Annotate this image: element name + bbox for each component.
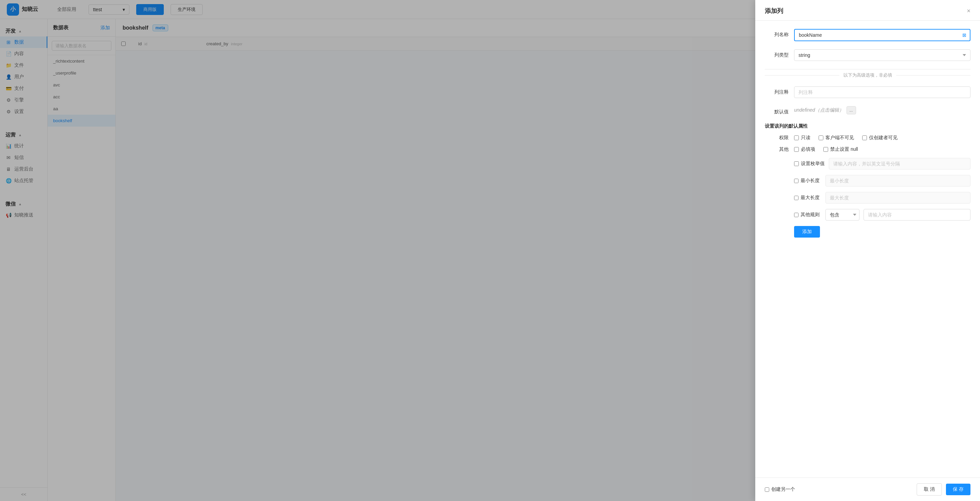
other-label: 其他 (765, 146, 789, 152)
client-invisible-checkbox-item[interactable]: 客户端不可见 (819, 135, 854, 141)
advanced-divider: 以下为高级选项，非必填 (765, 69, 970, 84)
enum-checkbox-item[interactable]: 设置枚举值 (794, 161, 825, 167)
required-checkbox-item[interactable]: 必填项 (794, 146, 815, 152)
column-note-label: 列注释 (765, 86, 789, 95)
column-type-select[interactable]: string integer number boolean array obje… (794, 49, 970, 61)
no-null-label: 禁止设置 null (830, 146, 858, 152)
min-length-row: 最小长度 (765, 175, 970, 187)
no-null-checkbox[interactable] (823, 147, 828, 152)
column-type-row: 列类型 string integer number boolean array … (765, 49, 970, 61)
max-length-checkbox[interactable] (794, 196, 799, 200)
permissions-checkboxes: 只读 客户端不可见 仅创建者可见 (794, 135, 897, 141)
dialog-footer: 创建另一个 取 消 保 存 (755, 477, 980, 501)
column-note-input[interactable] (794, 86, 970, 98)
default-value-text: undefined（点击编辑） (794, 107, 844, 113)
required-checkbox[interactable] (794, 147, 799, 152)
cancel-button[interactable]: 取 消 (917, 483, 942, 496)
other-rule-select[interactable]: 包含 开头 结尾 匹配 (826, 209, 859, 220)
default-value-label: 默认值 (765, 106, 789, 115)
creator-only-label: 仅创建者可见 (869, 135, 897, 141)
dialog-body: 列名称 ⊠ 列类型 string integer (755, 21, 980, 477)
column-name-input[interactable] (794, 29, 970, 41)
enum-input[interactable] (829, 158, 970, 170)
creator-only-checkbox[interactable] (862, 135, 867, 140)
enum-label: 设置枚举值 (801, 161, 825, 167)
column-name-label: 列名称 (765, 29, 789, 38)
column-name-control: ⊠ (794, 29, 970, 41)
column-note-control (794, 86, 970, 98)
create-another-checkbox[interactable] (765, 487, 769, 492)
default-value-row: 默认值 undefined（点击编辑） ... (765, 106, 970, 115)
permissions-row: 权限 只读 客户端不可见 (765, 135, 970, 141)
max-length-row: 最大长度 (765, 192, 970, 203)
other-checkboxes: 必填项 禁止设置 null (794, 146, 858, 152)
min-length-input[interactable] (826, 175, 970, 187)
other-rule-checkbox-item[interactable]: 其他规则 (794, 212, 821, 218)
permissions-label: 权限 (765, 135, 789, 141)
column-type-label: 列类型 (765, 49, 789, 58)
other-rule-row: 其他规则 包含 开头 结尾 匹配 (765, 209, 970, 220)
creator-only-checkbox-item[interactable]: 仅创建者可见 (862, 135, 897, 141)
default-attrs-section-title: 设置该列的默认属性 (765, 123, 970, 129)
default-value-control: undefined（点击编辑） ... (794, 106, 970, 114)
create-another-label: 创建另一个 (771, 486, 795, 493)
readonly-checkbox-item[interactable]: 只读 (794, 135, 810, 141)
other-rule-input[interactable] (864, 209, 970, 220)
client-invisible-checkbox[interactable] (819, 135, 823, 140)
enum-row: 设置枚举值 (765, 158, 970, 170)
no-null-checkbox-item[interactable]: 禁止设置 null (823, 146, 858, 152)
save-button[interactable]: 保 存 (946, 484, 970, 495)
min-length-label: 最小长度 (800, 178, 819, 184)
other-rule-checkbox[interactable] (794, 213, 799, 217)
required-label: 必填项 (801, 146, 815, 152)
max-length-label: 最大长度 (800, 195, 819, 201)
other-row: 其他 必填项 禁止设置 null (765, 146, 970, 152)
max-length-input[interactable] (826, 192, 970, 203)
column-type-control: string integer number boolean array obje… (794, 49, 970, 61)
readonly-label: 只读 (801, 135, 810, 141)
add-rule-btn[interactable]: 添加 (794, 226, 820, 238)
min-length-checkbox[interactable] (794, 179, 799, 183)
min-length-checkbox-item[interactable]: 最小长度 (794, 178, 821, 184)
client-invisible-label: 客户端不可见 (826, 135, 854, 141)
add-column-dialog: 添加列 × 列名称 ⊠ 列类型 (755, 19, 980, 501)
default-edit-btn[interactable]: ... (846, 106, 856, 114)
readonly-checkbox[interactable] (794, 135, 799, 140)
other-rule-label: 其他规则 (800, 212, 819, 218)
enum-checkbox[interactable] (794, 161, 799, 166)
max-length-checkbox-item[interactable]: 最大长度 (794, 195, 821, 201)
create-another-checkbox-item[interactable]: 创建另一个 (765, 486, 795, 493)
column-note-row: 列注释 (765, 86, 970, 98)
content-area: 数据表 添加 _richtextcontent _userprofile avc… (48, 19, 980, 501)
clear-input-icon[interactable]: ⊠ (962, 32, 966, 38)
column-name-row: 列名称 ⊠ (765, 29, 970, 41)
